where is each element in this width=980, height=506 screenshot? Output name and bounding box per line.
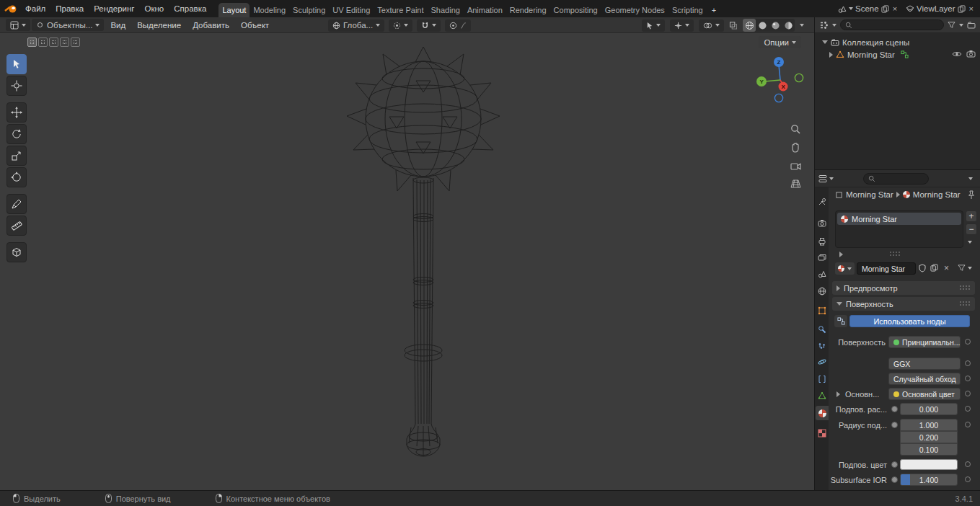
tool-scale[interactable] — [6, 146, 27, 166]
surface-shader-dropdown[interactable]: Принципиальн... — [888, 336, 961, 348]
transform-orientation-dropdown[interactable]: Глоба... — [328, 19, 384, 32]
outliner-row-scene-collection[interactable]: Коллекция сцены — [822, 36, 909, 48]
tab-physics[interactable] — [817, 357, 827, 367]
tab-constraints[interactable] — [817, 374, 827, 384]
decorator-icon[interactable] — [965, 422, 971, 427]
tool-cursor[interactable] — [6, 76, 27, 96]
panel-grip[interactable] — [960, 301, 971, 306]
subsurface-method-dropdown[interactable]: Случайный обход — [888, 373, 961, 385]
chevron-down-icon[interactable] — [968, 177, 973, 180]
chevron-down-icon[interactable] — [959, 24, 963, 27]
distribution-dropdown[interactable]: GGX — [888, 358, 961, 370]
subsurface-slider[interactable]: 0.000 — [900, 403, 958, 415]
slot-specials-menu[interactable] — [968, 241, 972, 244]
socket-icon[interactable] — [891, 422, 898, 428]
menu-edit[interactable]: Правка — [50, 0, 89, 17]
list-filter-toggle[interactable] — [839, 252, 843, 257]
select-mode-set[interactable] — [27, 37, 37, 47]
socket-icon[interactable] — [891, 476, 898, 483]
radius-z-field[interactable]: 0.100 — [900, 443, 958, 456]
panel-grip[interactable] — [960, 285, 971, 290]
gizmos-dropdown[interactable] — [670, 19, 694, 32]
tab-uv-editing[interactable]: UV Editing — [329, 3, 374, 17]
tab-animation[interactable]: Animation — [464, 3, 506, 17]
tab-modifiers[interactable] — [817, 324, 827, 334]
tab-scripting[interactable]: Scripting — [668, 3, 707, 17]
chevron-down-icon[interactable] — [800, 24, 804, 27]
menu-add[interactable]: Добавить — [187, 21, 234, 30]
menu-window[interactable]: Окно — [140, 0, 169, 17]
panel-preview[interactable]: Предпросмотр — [832, 281, 975, 295]
selectability-dropdown[interactable] — [642, 19, 665, 32]
tab-compositing[interactable]: Compositing — [550, 3, 601, 17]
properties-search[interactable] — [863, 173, 929, 185]
decorator-icon[interactable] — [965, 339, 971, 345]
panel-surface[interactable]: Поверхность — [832, 297, 975, 311]
pan-hand-button[interactable] — [787, 139, 803, 155]
new-viewlayer-icon[interactable] — [958, 5, 966, 13]
new-collection-icon[interactable] — [967, 22, 976, 29]
socket-icon[interactable] — [891, 406, 898, 412]
radius-y-field[interactable]: 0.200 — [900, 431, 958, 443]
camera-view-button[interactable] — [787, 158, 803, 174]
select-mode-intersect[interactable] — [71, 37, 80, 47]
tab-rendering[interactable]: Rendering — [506, 3, 550, 17]
subsurface-color-swatch[interactable] — [900, 459, 958, 470]
breadcrumb-object[interactable]: Morning Star — [846, 190, 893, 199]
xray-toggle[interactable] — [729, 22, 738, 30]
properties-editor-type-button[interactable] — [818, 174, 834, 183]
blender-logo-icon[interactable] — [4, 4, 17, 14]
decorator-icon[interactable] — [965, 360, 971, 366]
tool-measure[interactable] — [6, 216, 27, 236]
editor-type-button[interactable] — [6, 19, 30, 31]
subsurface-ior-slider[interactable]: 1.400 — [900, 474, 958, 486]
tab-sculpting[interactable]: Sculpting — [289, 3, 329, 17]
tab-geometry-nodes[interactable]: Geometry Nodes — [601, 3, 668, 17]
unlink-material-button[interactable]: × — [943, 263, 950, 273]
pin-id-button[interactable] — [968, 190, 975, 200]
breadcrumb-material[interactable]: Morning Star — [913, 190, 961, 199]
options-dropdown[interactable]: Опции — [759, 36, 801, 48]
browse-material-button[interactable] — [835, 262, 855, 275]
material-specials-dropdown[interactable] — [958, 264, 972, 272]
chevron-down-icon[interactable] — [832, 24, 836, 27]
decorator-icon[interactable] — [965, 406, 971, 412]
overlays-dropdown[interactable] — [699, 19, 724, 32]
shading-wireframe-button[interactable] — [743, 19, 756, 32]
filter-icon[interactable] — [948, 21, 955, 29]
tab-scene[interactable] — [817, 269, 827, 279]
decorator-icon[interactable] — [965, 391, 971, 396]
duplicate-material-button[interactable] — [930, 264, 938, 272]
tab-shading[interactable]: Shading — [428, 3, 464, 17]
decorator-icon[interactable] — [965, 461, 971, 467]
material-slot-item[interactable]: Morning Star — [837, 213, 961, 225]
shading-solid-button[interactable] — [756, 19, 769, 32]
snap-dropdown[interactable] — [417, 19, 441, 32]
tab-texture[interactable] — [817, 428, 827, 438]
shading-rendered-button[interactable] — [782, 19, 795, 32]
tab-modeling[interactable]: Modeling — [250, 3, 289, 17]
tab-particles[interactable] — [817, 341, 827, 351]
mode-dropdown[interactable]: Объектны... — [32, 19, 104, 31]
tool-rotate[interactable] — [6, 124, 27, 144]
scene-selector[interactable]: Scene × — [836, 4, 901, 13]
menu-select[interactable]: Выделение — [132, 21, 186, 30]
tool-annotate[interactable] — [6, 194, 27, 214]
menu-object[interactable]: Объект — [236, 21, 274, 30]
tab-output[interactable] — [817, 236, 827, 247]
tool-add-cube[interactable] — [6, 242, 27, 262]
outliner-search[interactable] — [840, 19, 944, 30]
base-color-field[interactable]: Основной цвет — [888, 388, 961, 400]
material-name-field[interactable]: Morning Star — [857, 262, 916, 275]
decorator-icon[interactable] — [965, 376, 971, 381]
outliner-row-object[interactable]: Morning Star — [829, 48, 909, 61]
new-scene-icon[interactable] — [881, 5, 889, 13]
tab-object[interactable] — [817, 306, 827, 316]
tab-object-data[interactable] — [817, 391, 827, 401]
tab-tool[interactable] — [817, 197, 827, 207]
pivot-point-dropdown[interactable] — [389, 19, 412, 32]
tool-transform[interactable] — [6, 167, 27, 187]
remove-material-slot-button[interactable]: − — [966, 223, 977, 235]
tab-layout[interactable]: Layout — [218, 3, 250, 17]
menu-help[interactable]: Справка — [169, 0, 211, 17]
